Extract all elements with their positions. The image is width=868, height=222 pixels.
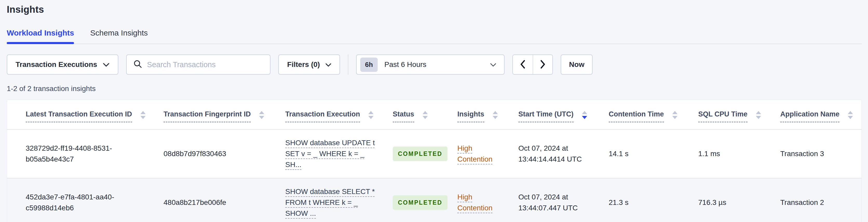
sort-desc-icon[interactable] bbox=[582, 111, 587, 119]
execution-id-cell: 328729d2-ff19-4408-8531-b05a5b4e43c7 bbox=[7, 129, 154, 178]
sort-icon[interactable] bbox=[423, 111, 428, 119]
page-title: Insights bbox=[7, 4, 862, 15]
application-name-cell: Transaction 2 bbox=[771, 178, 862, 222]
execution-id-cell: 452da3e7-e7fa-4801-aa40-c59988d14eb6 bbox=[7, 178, 154, 222]
column-header-latest-execution-id: Latest Transaction Execution ID bbox=[7, 100, 154, 129]
now-button[interactable]: Now bbox=[561, 55, 593, 75]
column-header-status: Status bbox=[384, 100, 448, 129]
start-time-cell: Oct 07, 2024 at 13:44:07.447 UTC bbox=[509, 178, 599, 222]
time-range-badge: 6h bbox=[360, 58, 377, 72]
chevron-left-icon bbox=[520, 60, 525, 69]
insights-table-card: Latest Transaction Execution ID Transact… bbox=[7, 100, 862, 222]
results-summary: 1-2 of 2 transaction insights bbox=[7, 85, 862, 93]
start-time-cell: Oct 07, 2024 at 13:44:14.4414 UTC bbox=[509, 129, 599, 178]
table-header-row: Latest Transaction Execution ID Transact… bbox=[7, 100, 862, 129]
column-header-sql-cpu-time: SQL CPU Time bbox=[689, 100, 771, 129]
column-header-application-name: Application Name bbox=[771, 100, 862, 129]
time-range-label: Past 6 Hours bbox=[384, 60, 427, 69]
search-icon bbox=[133, 60, 142, 69]
column-header-start-time: Start Time (UTC) bbox=[509, 100, 599, 129]
time-step-buttons bbox=[513, 55, 553, 75]
column-header-fingerprint-id: Transaction Fingerprint ID bbox=[154, 100, 276, 129]
sort-icon[interactable] bbox=[141, 111, 146, 119]
search-input[interactable] bbox=[147, 60, 263, 69]
tab-bar: Workload Insights Schema Insights bbox=[7, 29, 862, 44]
chevron-down-icon bbox=[490, 60, 496, 69]
insight-type-dropdown[interactable]: Transaction Executions bbox=[7, 55, 118, 75]
sort-icon[interactable] bbox=[672, 111, 678, 119]
column-header-transaction-execution: Transaction Execution bbox=[276, 100, 384, 129]
chevron-right-icon bbox=[540, 60, 545, 69]
application-name-cell: Transaction 3 bbox=[771, 129, 862, 178]
tab-workload-insights[interactable]: Workload Insights bbox=[7, 29, 74, 43]
high-contention-link[interactable]: High Contention bbox=[457, 144, 492, 163]
time-prev-button[interactable] bbox=[513, 55, 533, 74]
transaction-insights-table: Latest Transaction Execution ID Transact… bbox=[7, 100, 862, 222]
sort-icon[interactable] bbox=[756, 111, 761, 119]
chevron-down-icon bbox=[326, 60, 331, 69]
sort-icon[interactable] bbox=[368, 111, 374, 119]
chevron-down-icon bbox=[103, 60, 110, 69]
transaction-execution-link[interactable]: SHOW database SELECT * FROM t WHERE k = … bbox=[285, 188, 375, 217]
search-box[interactable] bbox=[126, 55, 271, 75]
tab-schema-insights[interactable]: Schema Insights bbox=[90, 29, 148, 43]
sort-icon[interactable] bbox=[493, 111, 498, 119]
controls-bar: Transaction Executions Filters (0) 6h Pa… bbox=[7, 55, 862, 75]
column-header-insights: Insights bbox=[448, 100, 509, 129]
fingerprint-id-cell: 08d8b7d97f830463 bbox=[154, 129, 276, 178]
sql-cpu-time-cell: 716.3 µs bbox=[689, 178, 771, 222]
filters-button[interactable]: Filters (0) bbox=[278, 55, 340, 75]
status-badge: COMPLETED bbox=[393, 195, 447, 210]
column-header-contention-time: Contention Time bbox=[599, 100, 689, 129]
filters-label: Filters (0) bbox=[287, 60, 320, 69]
table-row: 452da3e7-e7fa-4801-aa40-c59988d14eb6 480… bbox=[7, 178, 862, 222]
transaction-execution-link[interactable]: SHOW database UPDATE t SET v = _ WHERE k… bbox=[285, 139, 375, 168]
table-row: 328729d2-ff19-4408-8531-b05a5b4e43c7 08d… bbox=[7, 129, 862, 178]
insight-type-label: Transaction Executions bbox=[16, 60, 97, 69]
time-range-picker[interactable]: 6h Past 6 Hours bbox=[356, 55, 505, 75]
sort-icon[interactable] bbox=[848, 111, 853, 119]
time-next-button[interactable] bbox=[533, 55, 552, 74]
contention-time-cell: 14.1 s bbox=[599, 129, 689, 178]
high-contention-link[interactable]: High Contention bbox=[457, 193, 492, 212]
status-badge: COMPLETED bbox=[393, 147, 447, 161]
controls-divider bbox=[348, 55, 348, 75]
fingerprint-id-cell: 480a8b217be006fe bbox=[154, 178, 276, 222]
sql-cpu-time-cell: 1.1 ms bbox=[689, 129, 771, 178]
sort-icon[interactable] bbox=[259, 111, 264, 119]
contention-time-cell: 21.3 s bbox=[599, 178, 689, 222]
insights-page: Insights Workload Insights Schema Insigh… bbox=[0, 4, 868, 222]
